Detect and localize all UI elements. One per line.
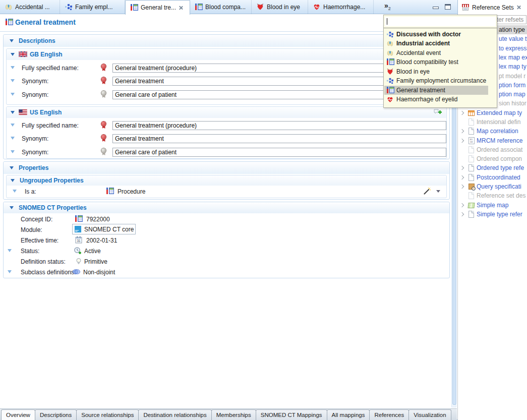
refset-item[interactable]: Intensional defin xyxy=(458,117,527,127)
refset-item[interactable]: Ordered associat xyxy=(458,145,527,154)
refset-item[interactable]: Extended map ty xyxy=(458,108,527,117)
chevron-right-icon[interactable] xyxy=(460,111,464,115)
refset-item[interactable]: MRCM reference xyxy=(458,136,527,145)
maximize-icon[interactable] xyxy=(445,4,451,10)
editor-page-tabs: Overview Descriptions Source relationshi… xyxy=(0,408,457,420)
chevron-right-icon[interactable] xyxy=(460,212,464,216)
section-header[interactable]: Properties xyxy=(4,162,449,174)
collapse-triangle-icon[interactable] xyxy=(8,270,12,273)
popup-item[interactable]: Industrial accident xyxy=(384,39,491,48)
collapse-triangle-icon[interactable] xyxy=(11,179,15,182)
popup-item[interactable]: Discussed with doctor xyxy=(384,30,491,39)
chevron-right-icon[interactable] xyxy=(460,129,464,133)
edit-wand-icon[interactable] xyxy=(423,187,431,197)
page-icon xyxy=(469,128,474,135)
awning-icon xyxy=(461,4,470,11)
popup-item-selected[interactable]: General treatment xyxy=(384,86,488,95)
description-row: Synonym: xyxy=(7,134,446,144)
collapse-triangle-icon[interactable] xyxy=(11,53,15,56)
collapse-triangle-icon[interactable] xyxy=(10,206,14,209)
property-row: Subclass definitions: Non-disjoint xyxy=(4,268,449,278)
chevron-right-icon[interactable] xyxy=(460,139,464,143)
popup-item[interactable]: Haemorrhage of eyelid xyxy=(384,95,491,104)
collapse-triangle-icon[interactable] xyxy=(10,166,14,169)
page-tab-references[interactable]: References xyxy=(369,409,409,420)
page-icon xyxy=(469,211,474,218)
query-icon xyxy=(469,184,475,190)
page-tab-overview[interactable]: Overview xyxy=(1,409,35,420)
collapse-triangle-icon[interactable] xyxy=(11,124,15,127)
add-description-icon[interactable] xyxy=(433,108,442,117)
description-input[interactable] xyxy=(112,148,446,157)
refset-item[interactable]: Query specificati xyxy=(458,182,527,191)
close-icon[interactable] xyxy=(179,6,183,10)
page-tab-memberships[interactable]: Memberships xyxy=(211,409,256,420)
tab-blood-in-eye[interactable]: Blood in eye xyxy=(252,0,308,14)
chevron-right-icon[interactable] xyxy=(460,166,464,170)
refset-item[interactable]: Reference set des xyxy=(458,191,527,200)
tab-overflow-chevron[interactable]: »2 xyxy=(384,2,391,11)
tab-label: Blood compa... xyxy=(205,4,246,11)
chevron-right-icon[interactable] xyxy=(460,175,464,179)
dropdown-caret-icon[interactable] xyxy=(436,190,440,193)
page-tab-all-mappings[interactable]: All mappings xyxy=(327,409,370,420)
page-tab-destination-relationships[interactable]: Destination relationships xyxy=(138,409,211,420)
chevron-right-icon[interactable] xyxy=(460,185,464,189)
popup-item[interactable]: Blood in eye xyxy=(384,67,491,76)
effective-time-value: 2002-01-31 xyxy=(86,237,117,244)
refset-item[interactable]: Postcoordinated xyxy=(458,173,527,182)
refset-item[interactable]: Ordered type refe xyxy=(458,163,527,172)
minimize-icon[interactable] xyxy=(433,7,439,9)
refset-item[interactable]: Simple map xyxy=(458,201,527,210)
tab-haemorrhage[interactable]: Haemorrhage... xyxy=(308,0,374,14)
module-picker[interactable]: SNOMED CT core xyxy=(72,224,136,234)
page-tab-descriptions[interactable]: Descriptions xyxy=(35,409,77,420)
section-title: SNOMED CT Properties xyxy=(19,204,87,211)
popup-item[interactable]: Family employment circumstance xyxy=(384,76,491,85)
description-input[interactable] xyxy=(112,134,446,143)
status-active-icon xyxy=(73,247,82,255)
tab-reference-sets[interactable]: Reference Sets xyxy=(457,0,527,15)
property-label: Module: xyxy=(21,226,42,233)
relationship-target[interactable]: Procedure xyxy=(118,188,145,195)
subclass-definition-value: Non-disjoint xyxy=(83,269,115,276)
section-header[interactable]: Descriptions xyxy=(4,35,449,47)
subsection-header[interactable]: Ungrouped Properties xyxy=(7,175,446,186)
heart-pulse-icon xyxy=(312,3,321,11)
tab-label: General tre... xyxy=(141,4,176,11)
refset-item[interactable]: Ordered compon xyxy=(458,154,527,163)
tab-label: Blood in eye xyxy=(267,4,300,11)
popup-item[interactable]: Blood compatibility test xyxy=(384,57,491,67)
tab-general-treatment[interactable]: General tre... xyxy=(125,0,190,15)
collapse-triangle-icon[interactable] xyxy=(8,249,12,252)
collapse-triangle-icon[interactable] xyxy=(11,150,15,153)
close-icon[interactable] xyxy=(516,5,521,10)
page-tab-snomed-ct-mappings[interactable]: SNOMED CT Mappings xyxy=(256,409,327,420)
popup-search-input[interactable] xyxy=(385,17,496,26)
description-input[interactable] xyxy=(112,121,446,130)
collapse-triangle-icon[interactable] xyxy=(11,93,15,96)
page-tab-visualization[interactable]: Visualization xyxy=(408,409,451,420)
mrcm-icon xyxy=(469,137,475,144)
popup-item[interactable]: Accidental event xyxy=(384,48,491,57)
tab-blood-compatibility[interactable]: Blood compa... xyxy=(190,0,252,14)
acceptable-term-icon xyxy=(100,91,107,98)
property-label: Definition status: xyxy=(21,258,66,265)
chevron-right-icon[interactable] xyxy=(460,203,464,207)
page-tab-source-relationships[interactable]: Source relationships xyxy=(76,409,139,420)
collapse-triangle-icon[interactable] xyxy=(11,79,15,82)
description-type-label: Fully specified name: xyxy=(22,122,79,129)
collapse-triangle-icon[interactable] xyxy=(11,137,15,140)
refset-item[interactable]: Simple type refer xyxy=(458,210,527,219)
refset-item[interactable]: Map correlation xyxy=(458,127,527,136)
collapse-triangle-icon[interactable] xyxy=(10,39,14,42)
section-header[interactable]: SNOMED CT Properties xyxy=(4,202,449,213)
collapse-triangle-icon[interactable] xyxy=(13,190,17,193)
collapse-triangle-icon[interactable] xyxy=(11,66,15,69)
subsection-header[interactable]: US English xyxy=(7,107,446,118)
tab-family-employment[interactable]: Family empl... xyxy=(60,0,125,14)
subsection-header[interactable]: GB English xyxy=(7,49,446,60)
tab-accidental[interactable]: Accidental ... xyxy=(0,0,60,14)
preferred-term-icon xyxy=(100,135,107,142)
collapse-triangle-icon[interactable] xyxy=(11,111,15,114)
